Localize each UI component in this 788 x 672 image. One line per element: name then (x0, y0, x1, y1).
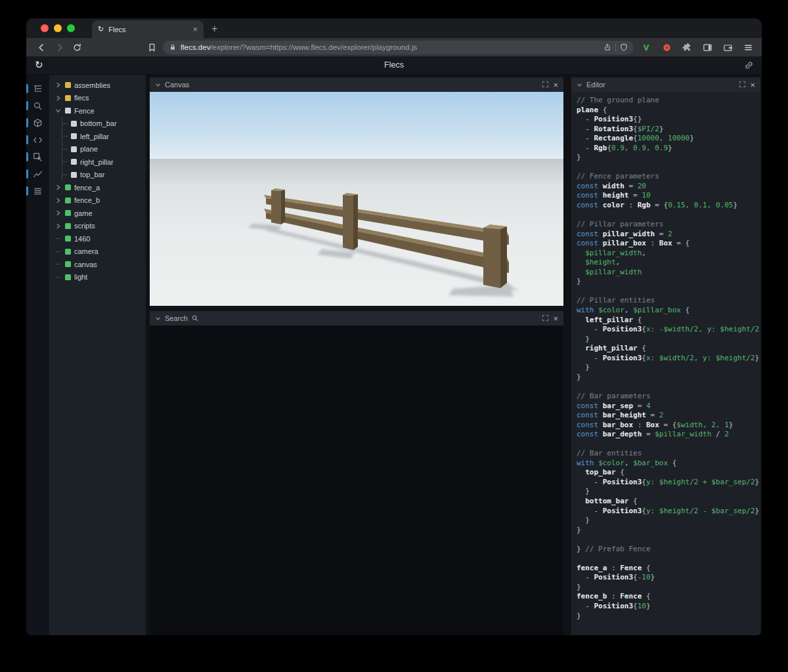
tree-item-label: game (74, 209, 93, 217)
active-indicator (26, 152, 28, 161)
tree-item-label: Fence (74, 107, 95, 115)
code-line: $height, (577, 258, 755, 268)
expander-icon (55, 274, 62, 281)
tree-item-right_pillar[interactable]: right_pillar (62, 156, 146, 169)
entity-kind-square (65, 82, 71, 88)
new-tab-button[interactable]: + (211, 23, 217, 35)
entity-kind-square (65, 274, 71, 280)
entity-tree-button[interactable] (26, 80, 49, 97)
code-line: } (577, 583, 755, 593)
expand-icon[interactable] (542, 79, 549, 91)
query-search-button[interactable] (26, 97, 49, 114)
expander-icon[interactable] (55, 94, 62, 102)
puzzle-icon[interactable] (681, 41, 693, 53)
code-line: - Position3{y: $height/2 + $bar_sep/2} (577, 478, 755, 488)
code-line: - Position3{10} (577, 602, 755, 612)
close-icon[interactable]: × (553, 81, 558, 89)
entity-kind-square (65, 95, 71, 101)
close-window-button[interactable] (41, 24, 49, 32)
tree-item-fence_a[interactable]: fence_a (49, 181, 146, 194)
editor-panel-title: Editor (586, 81, 605, 89)
tree-item-bottom_bar[interactable]: bottom_bar (62, 117, 146, 131)
tab-close-icon[interactable]: × (192, 24, 198, 34)
tree-item-fence_b[interactable]: fence_b (49, 194, 146, 207)
scene-button[interactable] (26, 114, 49, 131)
search-results-area[interactable] (150, 326, 563, 635)
url-text: flecs.dev/explorer/?wasm=https://www.fle… (181, 43, 600, 51)
entity-tree: assembliesflecsFencebottom_barleft_pilla… (49, 75, 146, 635)
tree-item-canvas[interactable]: canvas (49, 258, 146, 271)
close-icon[interactable]: × (553, 314, 558, 323)
tree-item-scripts[interactable]: scripts (49, 220, 146, 233)
expander-icon (55, 235, 62, 242)
close-icon[interactable]: × (750, 81, 755, 89)
expander-icon[interactable] (55, 197, 62, 204)
wallet-icon[interactable] (722, 41, 733, 53)
tree-item-label: camera (74, 247, 98, 255)
code-line: const pillar_box : Box = { (577, 239, 755, 249)
url-domain: flecs.dev (181, 43, 210, 51)
expand-icon[interactable] (542, 312, 549, 324)
entity-kind-square (71, 159, 77, 165)
expand-icon[interactable] (739, 79, 746, 91)
tree-item-plane[interactable]: plane (62, 143, 146, 156)
expander-icon[interactable] (55, 209, 62, 217)
canvas-viewport[interactable] (150, 92, 563, 306)
brave-shield-icon[interactable] (620, 43, 628, 51)
inspector-button[interactable] (26, 148, 49, 165)
tree-item-Fence[interactable]: Fence (49, 104, 146, 117)
expander-icon[interactable] (55, 222, 62, 230)
sidebar-panel-icon[interactable] (701, 41, 713, 53)
editor-code[interactable]: // The ground planeplane { - Position3{}… (571, 92, 760, 635)
reload-button[interactable] (71, 41, 83, 53)
code-line: $pillar_width, (577, 249, 755, 259)
entity-kind-square (65, 198, 71, 203)
flecs-logo-icon[interactable]: ↻ (35, 59, 43, 71)
tree-item-left_pillar[interactable]: left_pillar (62, 130, 146, 143)
code-line: } (577, 516, 755, 526)
bookmark-button[interactable] (146, 41, 158, 53)
stats-button[interactable] (26, 182, 49, 200)
collapse-caret-icon[interactable] (155, 312, 161, 324)
code-line: plane { (577, 106, 755, 116)
code-line: - Rgb{0.9, 0.9, 0.9} (577, 144, 755, 154)
v-extension-icon[interactable]: V (640, 41, 652, 53)
tree-item-top_bar[interactable]: top_bar (62, 169, 146, 182)
code-line: - Position3{-10} (577, 573, 755, 583)
search-icon (33, 101, 43, 111)
active-indicator (26, 186, 28, 196)
expander-icon[interactable] (55, 81, 62, 89)
browser-tab[interactable]: ↻ Flecs × (92, 20, 204, 38)
entity-kind-square (65, 223, 71, 229)
menu-icon[interactable] (742, 41, 754, 53)
expander-icon[interactable] (55, 184, 62, 191)
address-bar[interactable]: flecs.dev/explorer/?wasm=https://www.fle… (163, 41, 634, 54)
tree-item-camera[interactable]: camera (49, 245, 146, 259)
tree-item-assemblies[interactable]: assemblies (49, 79, 146, 92)
minimize-window-button[interactable] (54, 24, 62, 32)
share-link-icon[interactable] (744, 60, 754, 73)
expander-icon[interactable] (55, 107, 62, 114)
tree-item-1460[interactable]: 1460 (49, 232, 146, 245)
canvas-panel-header: Canvas × (150, 77, 563, 92)
tree-item-game[interactable]: game (49, 207, 146, 220)
tree-item-flecs[interactable]: flecs (49, 92, 146, 105)
code-line: const bar_box : Box = {$width, 2, 1} (577, 421, 755, 430)
entity-kind-square (65, 236, 71, 242)
code-line: right_pillar { (577, 344, 755, 354)
code-line: - Position3{x: $width/2, y: $height/2} (577, 354, 755, 364)
red-extension-icon[interactable] (661, 41, 672, 53)
code-line: const bar_sep = 4 (577, 402, 755, 411)
tree-item-light[interactable]: light (49, 271, 146, 284)
script-code-button[interactable] (26, 131, 49, 148)
zoom-window-button[interactable] (67, 24, 75, 32)
chart-button[interactable] (26, 165, 49, 182)
search-panel-title: Search (165, 314, 188, 322)
tree-item-label: light (74, 273, 87, 281)
share-icon[interactable] (603, 43, 611, 51)
collapse-caret-icon[interactable] (155, 79, 161, 91)
app-body: assembliesflecsFencebottom_barleft_pilla… (26, 75, 762, 635)
collapse-caret-icon[interactable] (577, 79, 582, 91)
forward-button[interactable] (53, 41, 65, 53)
back-button[interactable] (35, 41, 47, 53)
